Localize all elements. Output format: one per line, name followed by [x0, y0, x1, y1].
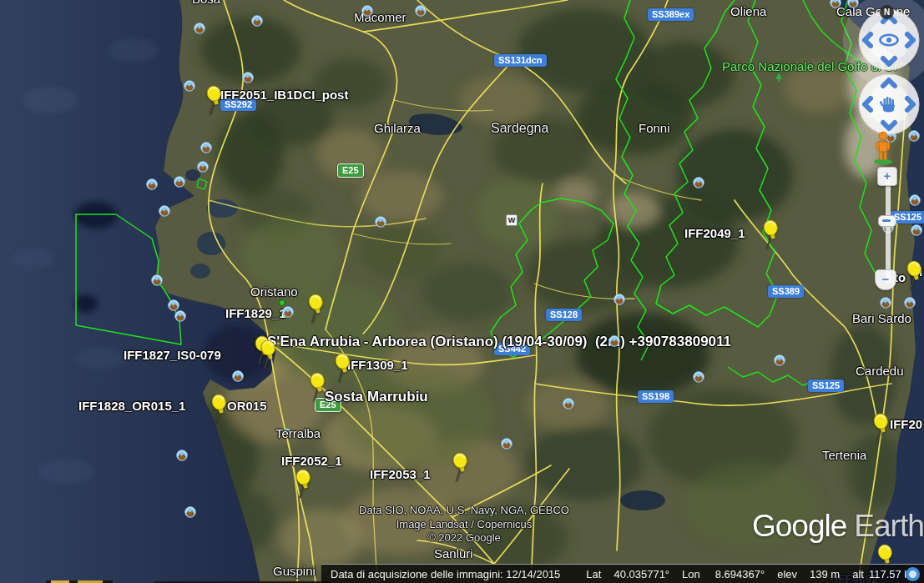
- google-earth-viewport[interactable]: SS292 SS131dcn SS389ex E25 SS128 SS389 S…: [0, 0, 924, 583]
- photo-icon[interactable]: [880, 297, 891, 309]
- road-sign-ss389: SS389: [768, 285, 804, 298]
- status-lat-label: Lat: [586, 568, 601, 580]
- park-tree-icon[interactable]: [773, 72, 785, 83]
- photo-icon[interactable]: [909, 194, 921, 206]
- status-alt-label: alt: [852, 568, 864, 580]
- photo-icon[interactable]: [197, 161, 209, 173]
- photo-icon[interactable]: [168, 299, 179, 311]
- status-bar: Data di acquisizione delle immagini: 12/…: [321, 564, 924, 583]
- photo-icon[interactable]: [232, 370, 244, 382]
- placemark-pin-iff20[interactable]: [871, 413, 891, 443]
- photo-icon[interactable]: [774, 354, 785, 366]
- photo-icon[interactable]: [146, 178, 158, 190]
- road-sign-ss131dcn: SS131dcn: [494, 54, 547, 67]
- move-control[interactable]: [857, 73, 921, 136]
- north-indicator[interactable]: N: [880, 5, 894, 19]
- photo-icon[interactable]: [174, 310, 186, 322]
- road-sign-ss389ex: SS389ex: [648, 8, 694, 21]
- photo-icon[interactable]: [176, 450, 188, 461]
- photo-icon[interactable]: [415, 5, 427, 17]
- placemark-pin-iff2052[interactable]: [293, 469, 313, 499]
- photo-icon[interactable]: [184, 506, 196, 518]
- placemark-pin-iff1309[interactable]: [332, 353, 352, 383]
- photo-icon[interactable]: [159, 205, 170, 217]
- road-sign-ss198: SS198: [638, 390, 674, 403]
- photo-icon[interactable]: [242, 72, 254, 83]
- status-lon-value: 8.694367°: [715, 568, 765, 580]
- placemark-pin-iff1829[interactable]: [305, 294, 326, 324]
- placemark-pin-sosta-marrubiu[interactable]: [307, 372, 327, 402]
- photo-icon[interactable]: [174, 176, 185, 188]
- placemark-label-iff1827[interactable]: IFF1827_IS0-079: [124, 348, 221, 362]
- placemark-pin-iff1828[interactable]: [209, 394, 229, 424]
- zoom-in-button[interactable]: +: [877, 167, 897, 186]
- placemark-pin-iff2051[interactable]: [204, 85, 224, 115]
- photo-icon[interactable]: [904, 297, 916, 309]
- road-sign-e25-north: E25: [337, 163, 364, 178]
- zoom-slider-handle[interactable]: [878, 215, 896, 227]
- placemark-pin-iff2053[interactable]: [450, 452, 470, 482]
- zoom-out-button[interactable]: −: [875, 269, 896, 290]
- placemark-pin-sena-arrubia[interactable]: [258, 339, 278, 369]
- placemark-label-iff1309[interactable]: IFF1309_1: [347, 358, 408, 372]
- placemark-label-iff1829[interactable]: IFF1829_1: [225, 306, 286, 320]
- status-lon-label: Lon: [682, 568, 700, 580]
- placemark-label-iff20[interactable]: IFF20: [890, 417, 922, 431]
- photo-icon[interactable]: [251, 15, 263, 27]
- status-elev-label: elev: [777, 568, 797, 580]
- placemark-pin-iff2049[interactable]: [760, 219, 780, 249]
- placemark-label-iff2049[interactable]: IFF2049_1: [684, 226, 745, 240]
- photo-icon[interactable]: [693, 177, 704, 188]
- streaming-spinner-icon: [906, 567, 920, 581]
- status-lat-value: 40.035771°: [613, 568, 669, 580]
- photo-icon[interactable]: [847, 0, 859, 8]
- placemark-label-iff1828[interactable]: IFF1828_OR015_1: [78, 399, 185, 413]
- placemark-label-iff2052[interactable]: IFF2052_1: [281, 454, 342, 468]
- photo-icon[interactable]: [200, 142, 212, 153]
- zoom-slider-track[interactable]: [886, 173, 891, 284]
- photo-icon[interactable]: [563, 398, 574, 410]
- photo-icon[interactable]: [613, 294, 625, 305]
- photo-icon[interactable]: [693, 371, 704, 383]
- photo-icon[interactable]: [151, 274, 163, 286]
- road-sign-ss125-south: SS125: [808, 379, 844, 392]
- road-sign-ss128: SS128: [546, 309, 582, 321]
- photo-icon[interactable]: [911, 224, 922, 236]
- terralba-town-dot: [284, 429, 290, 435]
- placemark-pin-tortoli[interactable]: [904, 260, 924, 290]
- placemark-label-iff2051[interactable]: IFF2051_IB1DCI_post: [220, 88, 348, 102]
- photo-icon[interactable]: [501, 438, 512, 450]
- wikipedia-icon[interactable]: W: [506, 214, 518, 226]
- placemark-label-sena-arrubia[interactable]: S'Ena Arrubia - Arborea (Oristano) (19/0…: [267, 334, 731, 350]
- photo-icon[interactable]: [361, 5, 373, 17]
- photo-icon[interactable]: [830, 0, 841, 8]
- status-elev-value: 139 m: [810, 568, 840, 580]
- photo-icon[interactable]: [375, 216, 386, 228]
- status-acquisition-date: Data di acquisizione delle immagini: 12/…: [331, 568, 560, 580]
- photo-icon[interactable]: [194, 23, 205, 34]
- placemark-label-or015[interactable]: OR015: [227, 399, 267, 413]
- placemark-label-sosta-marrubiu[interactable]: Sosta Marrubiu: [325, 389, 428, 405]
- photo-icon[interactable]: [608, 335, 620, 347]
- pegman-icon[interactable]: [871, 130, 895, 165]
- placemark-label-iff2053[interactable]: IFF2053_1: [370, 467, 431, 481]
- oristano-town-dot: [279, 299, 285, 306]
- photo-icon[interactable]: [282, 306, 294, 318]
- photo-icon[interactable]: [184, 80, 195, 92]
